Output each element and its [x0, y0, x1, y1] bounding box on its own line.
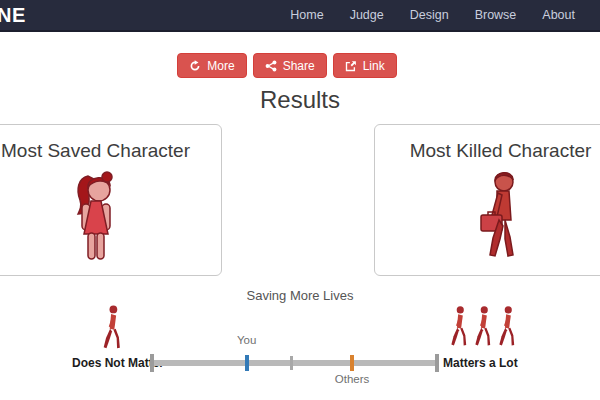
- nav-link-judge[interactable]: Judge: [337, 0, 397, 30]
- one-person-icon: [100, 304, 124, 354]
- most-saved-card: Most Saved Character: [0, 124, 222, 276]
- slider-track[interactable]: You Others: [152, 360, 437, 366]
- others-marker: Others: [350, 355, 354, 371]
- most-killed-card: Most Killed Character: [374, 124, 600, 276]
- you-marker[interactable]: You: [245, 355, 249, 371]
- you-marker-label: You: [237, 334, 256, 346]
- share-button[interactable]: Share: [253, 53, 327, 78]
- three-people-icon: [448, 304, 518, 348]
- more-button[interactable]: More: [177, 53, 246, 78]
- action-button-row: More Share Link: [0, 53, 600, 78]
- nav-link-browse[interactable]: Browse: [462, 0, 530, 30]
- site-logo[interactable]: NE: [0, 0, 26, 31]
- girl-character-icon: [74, 170, 118, 266]
- slider-max-label: Matters a Lot: [443, 356, 518, 370]
- others-marker-label: Others: [335, 373, 370, 385]
- most-saved-card-title: Most Saved Character: [1, 140, 190, 162]
- nav-links: Home Judge Design Browse About: [277, 0, 588, 30]
- track-right-cap: [435, 354, 439, 372]
- nav-link-design[interactable]: Design: [397, 0, 462, 30]
- nav-link-home[interactable]: Home: [277, 0, 336, 30]
- slider-section-title: Saving More Lives: [0, 288, 600, 303]
- most-killed-card-title: Most Killed Character: [410, 140, 592, 162]
- share-button-label: Share: [283, 59, 315, 73]
- track-left-cap: [150, 354, 154, 372]
- link-button-label: Link: [363, 59, 385, 73]
- page-title: Results: [0, 86, 600, 114]
- mid-tick: [290, 356, 293, 370]
- navbar: NE Home Judge Design Browse About: [0, 0, 600, 32]
- nav-link-about[interactable]: About: [529, 0, 588, 30]
- refresh-icon: [189, 60, 201, 72]
- link-button[interactable]: Link: [333, 53, 397, 78]
- more-button-label: More: [207, 59, 234, 73]
- businessman-character-icon: [476, 170, 526, 264]
- share-icon: [265, 60, 277, 72]
- external-link-icon: [345, 60, 357, 72]
